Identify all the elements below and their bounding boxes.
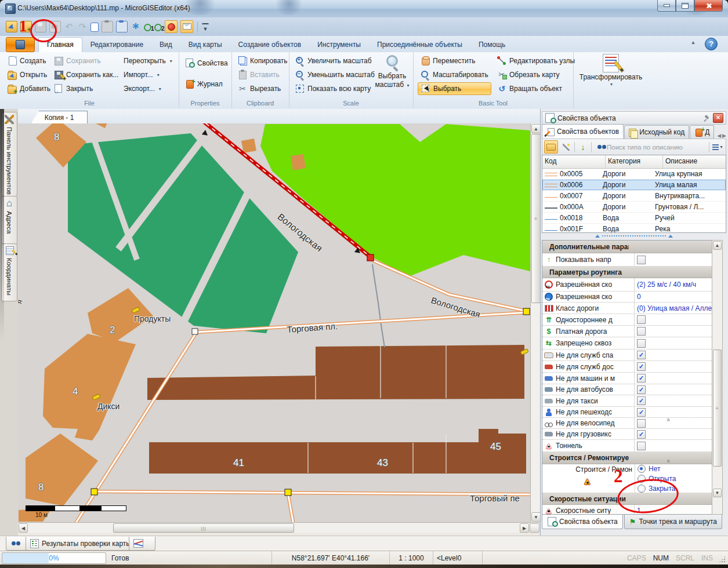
table-row[interactable]: 0x000A Дороги Грунтовая / Л... [542, 202, 726, 213]
checkbox[interactable] [637, 442, 646, 450]
search-type-input[interactable]: Поиск типа по описанию [607, 144, 707, 151]
grid-scroll-thumb[interactable]: ≡ [713, 349, 722, 467]
table-row[interactable]: 0x001F Вода Река [542, 224, 726, 233]
checkbox[interactable]: ✓ [637, 385, 646, 394]
tab-scroll-right-icon[interactable]: ▶ [722, 133, 726, 139]
add-map-icon[interactable] [20, 21, 32, 32]
tab-object-properties-bottom[interactable]: Свойства объекта [542, 515, 623, 529]
transform-button[interactable]: Трансформировать ▾ [582, 54, 640, 99]
tab-object-properties[interactable]: Свойства объектов [542, 124, 624, 139]
properties-button[interactable]: Свойства [182, 57, 231, 70]
maximize-button[interactable] [676, 0, 694, 12]
redo-icon[interactable]: ↷ [77, 21, 88, 32]
checkbox[interactable]: ✓ [637, 351, 646, 359]
value-field[interactable]: 0 [635, 293, 712, 301]
scroll-left-icon[interactable]: ◀ [19, 523, 28, 533]
save-icon[interactable] [35, 21, 46, 32]
tab-source-code[interactable]: Исходный код [624, 125, 689, 139]
apply-down-button[interactable]: ↓ [577, 141, 589, 153]
record-icon[interactable] [165, 20, 178, 33]
magic-wand-button[interactable] [560, 141, 573, 153]
panel-close-icon[interactable]: ✕ [713, 113, 723, 123]
ribbon-collapse-icon[interactable]: ▲ [689, 39, 698, 48]
checkbox[interactable] [637, 327, 646, 336]
resize-grip[interactable] [719, 556, 726, 563]
section-routing[interactable]: Параметры роутинга« [542, 267, 712, 278]
sidebar-item-tools[interactable]: Панель инструментов [1, 112, 17, 196]
zoom-out-button[interactable]: −Уменьшить масштаб [292, 68, 378, 81]
value-field[interactable]: (2) 25 м/с / 40 км/ч [635, 281, 712, 289]
tab-prisoedinennye-obekty[interactable]: Присоединённые объекты [369, 38, 470, 52]
export-button[interactable]: Экспорт...▾ [121, 82, 175, 95]
checkbox[interactable] [637, 339, 646, 348]
sidebar-item-coordinates[interactable]: Координаты [1, 243, 17, 301]
map-document-tab[interactable]: Копия - 1 [31, 111, 88, 124]
table-row[interactable]: 0x0007 Дороги Внутрикварта... [542, 191, 726, 202]
paste-icon[interactable] [102, 21, 113, 32]
close-button[interactable] [694, 0, 723, 12]
save-as-button[interactable]: Сохранить как... [51, 68, 121, 81]
import-button[interactable]: Импорт...▾ [121, 68, 175, 81]
copy-icon[interactable] [90, 23, 99, 32]
tab-redaktirovanie[interactable]: Редактирование [82, 38, 151, 52]
checkbox[interactable]: ✓ [637, 396, 646, 405]
close-map-button[interactable]: Закрыть [51, 82, 121, 95]
add-button[interactable]: Добавить [5, 82, 53, 95]
open-button[interactable]: Открыть [5, 68, 53, 81]
checkbox[interactable]: ✓ [637, 430, 646, 439]
help-icon[interactable]: ? [705, 38, 718, 50]
table-row[interactable]: 0x0005 Дороги Улица крупная [542, 169, 726, 180]
scroll-down-icon[interactable]: ▼ [713, 489, 722, 497]
move-button[interactable]: Переместить [418, 54, 491, 67]
edit-nodes-button[interactable]: Редактировать узлы [494, 54, 578, 67]
junction-node[interactable] [91, 489, 97, 495]
table-header[interactable]: Код Категория Описание [542, 155, 726, 169]
checkbox[interactable]: ✓ [637, 408, 646, 417]
checkbox[interactable] [637, 419, 646, 428]
tab-instrumenty[interactable]: Инструменты [309, 38, 369, 52]
checkbox[interactable]: ✓ [637, 374, 646, 383]
checkbox[interactable]: ✓ [637, 362, 646, 371]
open-type-button[interactable] [544, 140, 558, 154]
save-button[interactable]: Сохранить [51, 54, 121, 67]
qat-customize-icon[interactable]: ▼ [202, 23, 209, 31]
map-horizontal-scrollbar[interactable]: ◀ ||| ▶ [18, 522, 540, 533]
scroll-up-icon[interactable]: ▲ [713, 241, 722, 250]
cut-button[interactable]: ✂Вырезать [235, 82, 291, 95]
vertical-scroll-thumb[interactable]: ≡ [531, 134, 541, 303]
tab-sozdanie-obektov[interactable]: Создание объектов [230, 38, 310, 52]
table-splitter[interactable] [542, 233, 726, 239]
tab-third[interactable]: Д [690, 125, 714, 139]
paste-special-icon[interactable] [116, 21, 128, 32]
scale-tool-button[interactable]: Масштабировать [418, 68, 491, 81]
tab-pomosch[interactable]: Помощь [470, 38, 513, 52]
create-button[interactable]: Создать [5, 54, 53, 67]
undo-icon[interactable]: ↶ [64, 21, 74, 32]
junction-node[interactable] [285, 489, 291, 496]
scroll-down-icon[interactable]: ▼ [531, 512, 541, 522]
map-vertical-scrollbar[interactable]: ▲ ≡ ▼ [530, 123, 541, 522]
checkbox[interactable] [637, 315, 646, 324]
small-building-1[interactable] [241, 139, 256, 153]
value-field[interactable]: (0) Улица малая / Аллея / [635, 304, 712, 312]
rotate-object-button[interactable]: ↺Вращать объект [494, 82, 578, 95]
map-check-results-tab[interactable]: Результаты проверки карты [26, 537, 136, 551]
junction-node[interactable] [192, 329, 198, 334]
table-row[interactable]: 0x0018 Вода Ручей [542, 213, 726, 224]
speed-situations-value[interactable]: 1 [635, 507, 712, 515]
send-map-icon[interactable] [180, 20, 193, 33]
map-canvas[interactable]: Вологодская Вологодская Торговая пл. Тор… [18, 123, 530, 522]
list-view-button[interactable]: ▾ [711, 141, 724, 153]
tab-vid-karty[interactable]: Вид карты [180, 38, 230, 52]
overview-2-icon[interactable]: 2 [154, 24, 162, 31]
copy-button[interactable]: Копировать [235, 54, 291, 67]
tab-glavnaya[interactable]: Главная [38, 37, 82, 52]
tab-scroll-left-icon[interactable]: ◀ [717, 133, 721, 139]
select-scale-button[interactable]: Выбрать масштаб ▾ [375, 54, 410, 99]
grid-vertical-scrollbar[interactable]: ▲ ≡ ▼ [712, 240, 723, 515]
tab-track-route-points[interactable]: ⚑ Точки трека и маршрута [624, 515, 722, 529]
section-extra-params[interactable]: Дополнительные параметры полили« [542, 241, 712, 253]
title-bar[interactable]: C:\Users\Max64\Desktop\111.mp - MicroGIS… [0, 0, 728, 18]
minimize-button[interactable] [657, 0, 676, 12]
checkbox[interactable] [637, 256, 646, 264]
